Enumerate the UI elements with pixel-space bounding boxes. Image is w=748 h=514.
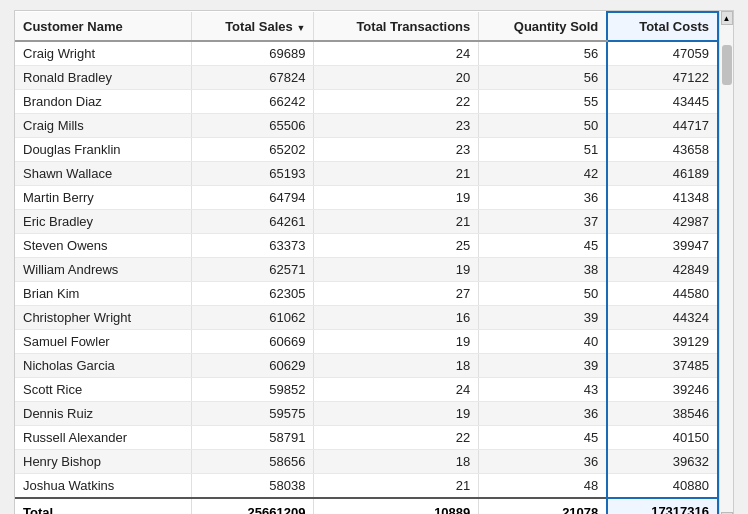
cell-total_transactions: 19 bbox=[314, 402, 479, 426]
cell-total_costs: 42849 bbox=[607, 258, 718, 282]
cell-total_costs: 46189 bbox=[607, 162, 718, 186]
table-row: Dennis Ruiz59575193638546 bbox=[15, 402, 718, 426]
table-row: Henry Bishop58656183639632 bbox=[15, 450, 718, 474]
cell-total_transactions: 19 bbox=[314, 330, 479, 354]
cell-total_transactions: 18 bbox=[314, 450, 479, 474]
cell-total_costs: 41348 bbox=[607, 186, 718, 210]
cell-total_sales: 65506 bbox=[191, 114, 314, 138]
cell-quantity_sold: 36 bbox=[479, 402, 608, 426]
cell-quantity_sold: 43 bbox=[479, 378, 608, 402]
cell-quantity_sold: 39 bbox=[479, 306, 608, 330]
cell-quantity_sold: 50 bbox=[479, 114, 608, 138]
cell-total_costs: 42987 bbox=[607, 210, 718, 234]
cell-quantity_sold: 55 bbox=[479, 90, 608, 114]
cell-name: Craig Wright bbox=[15, 41, 191, 66]
footer-quantity-sold: 21078 bbox=[479, 498, 608, 514]
cell-total_transactions: 24 bbox=[314, 378, 479, 402]
cell-total_sales: 59852 bbox=[191, 378, 314, 402]
col-header-quantity-sold[interactable]: Quantity Sold bbox=[479, 12, 608, 41]
table-row: Christopher Wright61062163944324 bbox=[15, 306, 718, 330]
cell-quantity_sold: 38 bbox=[479, 258, 608, 282]
cell-total_sales: 69689 bbox=[191, 41, 314, 66]
table-row: William Andrews62571193842849 bbox=[15, 258, 718, 282]
cell-total_sales: 64794 bbox=[191, 186, 314, 210]
cell-total_transactions: 19 bbox=[314, 258, 479, 282]
cell-total_sales: 64261 bbox=[191, 210, 314, 234]
cell-total_costs: 39632 bbox=[607, 450, 718, 474]
cell-total_costs: 44324 bbox=[607, 306, 718, 330]
table-row: Brian Kim62305275044580 bbox=[15, 282, 718, 306]
col-header-customer-name[interactable]: Customer Name bbox=[15, 12, 191, 41]
cell-total_costs: 44717 bbox=[607, 114, 718, 138]
cell-name: Henry Bishop bbox=[15, 450, 191, 474]
cell-name: Brian Kim bbox=[15, 282, 191, 306]
data-table-container: Customer Name Total Sales ▼ Total Transa… bbox=[14, 10, 734, 514]
cell-total_sales: 58656 bbox=[191, 450, 314, 474]
cell-total_transactions: 23 bbox=[314, 138, 479, 162]
cell-name: Joshua Watkins bbox=[15, 474, 191, 499]
cell-name: Christopher Wright bbox=[15, 306, 191, 330]
cell-total_sales: 60629 bbox=[191, 354, 314, 378]
cell-total_transactions: 21 bbox=[314, 474, 479, 499]
cell-total_costs: 43658 bbox=[607, 138, 718, 162]
cell-total_costs: 38546 bbox=[607, 402, 718, 426]
cell-total_transactions: 22 bbox=[314, 426, 479, 450]
table-row: Russell Alexander58791224540150 bbox=[15, 426, 718, 450]
footer-total-costs: 17317316 bbox=[607, 498, 718, 514]
cell-total_costs: 47122 bbox=[607, 66, 718, 90]
cell-total_transactions: 16 bbox=[314, 306, 479, 330]
scroll-thumb[interactable] bbox=[722, 45, 732, 85]
cell-quantity_sold: 36 bbox=[479, 450, 608, 474]
table-footer-row: Total 25661209 10889 21078 17317316 bbox=[15, 498, 718, 514]
cell-quantity_sold: 48 bbox=[479, 474, 608, 499]
cell-total_sales: 61062 bbox=[191, 306, 314, 330]
cell-quantity_sold: 40 bbox=[479, 330, 608, 354]
footer-label: Total bbox=[15, 498, 191, 514]
cell-total_transactions: 19 bbox=[314, 186, 479, 210]
cell-total_costs: 43445 bbox=[607, 90, 718, 114]
cell-total_sales: 67824 bbox=[191, 66, 314, 90]
cell-name: Dennis Ruiz bbox=[15, 402, 191, 426]
cell-total_costs: 39947 bbox=[607, 234, 718, 258]
table-row: Scott Rice59852244339246 bbox=[15, 378, 718, 402]
table-row: Shawn Wallace65193214246189 bbox=[15, 162, 718, 186]
table-row: Douglas Franklin65202235143658 bbox=[15, 138, 718, 162]
cell-name: Craig Mills bbox=[15, 114, 191, 138]
cell-total_costs: 40150 bbox=[607, 426, 718, 450]
scroll-up-arrow[interactable]: ▲ bbox=[721, 11, 733, 25]
table-row: Steven Owens63373254539947 bbox=[15, 234, 718, 258]
cell-name: Brandon Diaz bbox=[15, 90, 191, 114]
cell-total_transactions: 21 bbox=[314, 162, 479, 186]
col-header-total-costs[interactable]: Total Costs bbox=[607, 12, 718, 41]
cell-total_costs: 37485 bbox=[607, 354, 718, 378]
table-row: Eric Bradley64261213742987 bbox=[15, 210, 718, 234]
cell-total_transactions: 27 bbox=[314, 282, 479, 306]
cell-total_costs: 39129 bbox=[607, 330, 718, 354]
cell-total_sales: 58038 bbox=[191, 474, 314, 499]
cell-total_transactions: 23 bbox=[314, 114, 479, 138]
cell-total_costs: 47059 bbox=[607, 41, 718, 66]
cell-total_transactions: 21 bbox=[314, 210, 479, 234]
cell-quantity_sold: 42 bbox=[479, 162, 608, 186]
cell-total_transactions: 22 bbox=[314, 90, 479, 114]
cell-name: Shawn Wallace bbox=[15, 162, 191, 186]
footer-total-transactions: 10889 bbox=[314, 498, 479, 514]
cell-quantity_sold: 37 bbox=[479, 210, 608, 234]
table-row: Craig Wright69689245647059 bbox=[15, 41, 718, 66]
cell-total_sales: 66242 bbox=[191, 90, 314, 114]
table-header-row: Customer Name Total Sales ▼ Total Transa… bbox=[15, 12, 718, 41]
cell-total_transactions: 24 bbox=[314, 41, 479, 66]
col-header-total-sales[interactable]: Total Sales ▼ bbox=[191, 12, 314, 41]
col-header-total-transactions[interactable]: Total Transactions bbox=[314, 12, 479, 41]
footer-total-sales: 25661209 bbox=[191, 498, 314, 514]
vertical-scrollbar[interactable]: ▲ ▼ bbox=[719, 11, 733, 514]
cell-name: William Andrews bbox=[15, 258, 191, 282]
table-row: Nicholas Garcia60629183937485 bbox=[15, 354, 718, 378]
cell-name: Steven Owens bbox=[15, 234, 191, 258]
cell-total_sales: 62305 bbox=[191, 282, 314, 306]
cell-total_sales: 63373 bbox=[191, 234, 314, 258]
cell-name: Ronald Bradley bbox=[15, 66, 191, 90]
cell-quantity_sold: 36 bbox=[479, 186, 608, 210]
cell-total_sales: 65193 bbox=[191, 162, 314, 186]
table-row: Samuel Fowler60669194039129 bbox=[15, 330, 718, 354]
